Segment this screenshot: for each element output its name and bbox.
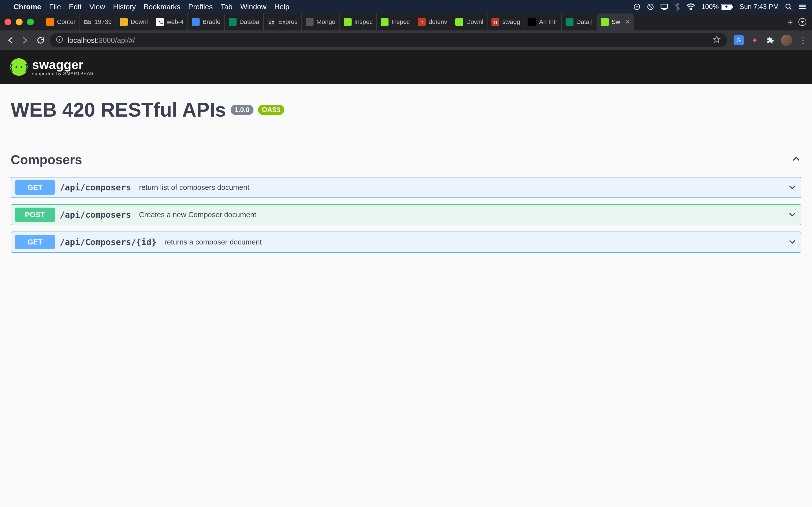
translate-extension-icon[interactable]: G (733, 35, 744, 45)
browser-tab[interactable]: Downl (451, 13, 488, 31)
bluetooth-icon[interactable] (674, 3, 680, 11)
tab-label: Data | (576, 18, 593, 25)
tab-label: Mongo (316, 18, 335, 25)
tab-label: Bradle (202, 18, 220, 25)
operation-path: /api/Composers/{id} (60, 237, 156, 247)
extensions-menu-icon[interactable] (765, 35, 775, 45)
operation-path: /api/composers (60, 182, 131, 192)
chevron-down-icon (788, 210, 797, 220)
swagger-topbar: {··} swagger supported by SMARTBEAR (0, 50, 812, 84)
url-path: :3000/api/#/ (97, 36, 135, 45)
browser-tab[interactable]: ndotenv (414, 13, 451, 31)
operation-summary: returns a composer document (164, 238, 262, 246)
spotlight-icon[interactable] (785, 3, 792, 10)
operation-summary: return list of composers document (139, 183, 250, 192)
bookmark-star-icon[interactable] (713, 36, 721, 45)
operation-row[interactable]: POST/api/composersCreates a new Composer… (11, 204, 801, 225)
operation-method-badge: GET (15, 235, 55, 249)
wifi-icon[interactable] (686, 3, 695, 10)
menu-bookmarks[interactable]: Bookmarks (144, 3, 181, 11)
operation-row[interactable]: GET/api/Composers/{id}returns a composer… (11, 231, 801, 252)
tab-label: Conter (57, 18, 75, 25)
api-version-badge: 1.0.0 (231, 105, 253, 115)
extension-icon[interactable]: ✦ (749, 35, 760, 45)
address-bar[interactable]: localhost:3000/api/#/ (50, 33, 727, 47)
favicon-icon (306, 18, 313, 26)
api-oas-badge: OAS3 (258, 105, 284, 115)
browser-tab[interactable]: Inspec (340, 13, 377, 31)
menu-tab[interactable]: Tab (221, 3, 233, 11)
browser-tab[interactable]: Data | (562, 13, 597, 31)
forward-button[interactable] (19, 34, 32, 47)
favicon-icon (120, 18, 128, 26)
tab-label: Inspec (354, 18, 373, 25)
menu-profiles[interactable]: Profiles (188, 3, 213, 11)
tab-label: Expres (278, 18, 297, 25)
browser-tab[interactable]: exExpres (264, 13, 302, 31)
operation-path: /api/composers (60, 210, 131, 220)
url-text: localhost:3000/api/#/ (68, 36, 135, 45)
new-tab-button[interactable]: + (781, 17, 799, 27)
operation-row[interactable]: GET/api/composersreturn list of composer… (11, 177, 801, 198)
chrome-tabstrip: ConterBb19739Downl⌥web-4BradleDatabaexEx… (0, 13, 812, 31)
tab-search-button[interactable] (799, 18, 806, 26)
tab-label: dotenv (428, 18, 447, 25)
browser-tab[interactable]: Bb19739 (80, 13, 116, 31)
browser-tab[interactable]: Mongo (302, 13, 340, 31)
status-icon[interactable] (633, 3, 641, 10)
svg-rect-6 (732, 6, 733, 8)
window-close-button[interactable] (4, 18, 11, 25)
menu-window[interactable]: Window (240, 3, 266, 11)
favicon-icon: ⌥ (156, 18, 164, 26)
browser-tab[interactable]: Inspec (377, 13, 414, 31)
favicon-icon (192, 18, 200, 26)
tab-label: swagg (502, 18, 520, 25)
browser-tab[interactable]: An Intr (524, 13, 562, 31)
status-icon[interactable] (647, 3, 654, 10)
tag-header[interactable]: Composers (11, 152, 801, 171)
chevron-down-icon (788, 237, 797, 247)
swagger-badge-icon: {··} (10, 58, 28, 76)
menu-edit[interactable]: Edit (69, 3, 82, 11)
swagger-logo[interactable]: {··} swagger supported by SMARTBEAR (10, 58, 94, 76)
control-center-icon[interactable] (799, 4, 806, 10)
favicon-icon: ex (267, 18, 275, 26)
tab-label: An Intr (539, 18, 557, 25)
svg-point-7 (786, 4, 790, 8)
profile-avatar[interactable] (781, 35, 792, 46)
browser-tab[interactable]: Sw✕ (597, 13, 635, 31)
chrome-toolbar: localhost:3000/api/#/ G ✦ ⋮ (0, 31, 812, 50)
menu-view[interactable]: View (89, 3, 105, 11)
browser-tab[interactable]: nswagg (488, 13, 524, 31)
browser-tab[interactable]: ⌥web-4 (152, 13, 188, 31)
window-zoom-button[interactable] (27, 18, 34, 25)
browser-tab[interactable]: Conter (42, 13, 80, 31)
menu-history[interactable]: History (113, 3, 136, 11)
tab-label: Sw (612, 18, 620, 25)
chevron-up-icon (791, 154, 801, 165)
browser-tab[interactable]: Databa (225, 13, 264, 31)
battery-percent: 100% (702, 3, 719, 11)
swagger-subtext: supported by SMARTBEAR (32, 71, 94, 76)
window-minimize-button[interactable] (16, 18, 22, 25)
menubar-clock[interactable]: Sun 7:43 PM (740, 3, 779, 11)
menu-help[interactable]: Help (274, 3, 289, 11)
svg-point-3 (690, 9, 691, 10)
menu-file[interactable]: File (49, 3, 61, 11)
site-info-icon[interactable] (56, 36, 63, 45)
favicon-icon (455, 18, 463, 26)
window-controls (4, 18, 34, 25)
close-icon[interactable]: ✕ (625, 18, 630, 26)
menubar-app-name[interactable]: Chrome (13, 3, 41, 11)
swagger-brand-text: swagger (32, 58, 94, 72)
macos-menubar: Chrome File Edit View History Bookmarks … (0, 0, 812, 13)
tag-name: Composers (11, 152, 82, 167)
battery-status[interactable]: 100% (702, 3, 733, 11)
browser-tab[interactable]: Bradle (188, 13, 225, 31)
chrome-menu-button[interactable]: ⋮ (798, 35, 808, 45)
screen-mirror-icon[interactable] (660, 3, 668, 10)
browser-tab[interactable]: Downl (116, 13, 152, 31)
favicon-icon (380, 18, 389, 26)
back-button[interactable] (4, 34, 16, 47)
reload-button[interactable] (35, 34, 47, 47)
